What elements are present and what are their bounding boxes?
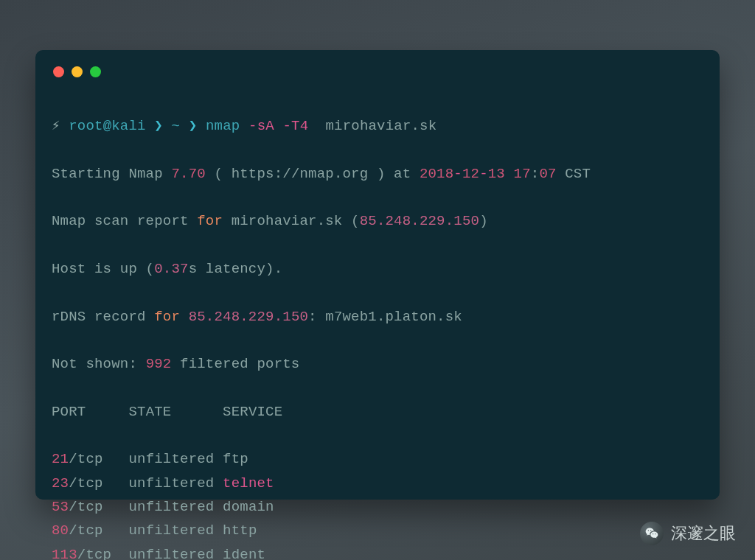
port-number: 21 <box>52 451 69 467</box>
port-state: unfiltered <box>128 499 214 515</box>
chevron-right-icon: ❯ <box>189 118 198 134</box>
watermark: 深邃之眼 <box>640 522 736 545</box>
output-line: rDNS record for 85.248.229.150: m7web1.p… <box>52 305 703 329</box>
terminal-window: ⚡ root@kali ❯ ~ ❯ nmap -sA -T4 mirohavia… <box>35 50 720 500</box>
col-state: STATE <box>128 404 171 420</box>
port-proto: /tcp <box>69 451 102 467</box>
col-service: SERVICE <box>223 404 282 420</box>
output-line: Not shown: 992 filtered ports <box>52 352 703 376</box>
command-binary: nmap <box>206 118 240 134</box>
command-flags: -sA -T4 <box>248 118 308 134</box>
close-button[interactable] <box>53 66 64 77</box>
watermark-text: 深邃之眼 <box>671 522 736 545</box>
col-port: PORT <box>52 404 86 420</box>
target-ip: 85.248.229.150 <box>360 213 479 229</box>
port-proto: /tcp <box>77 547 111 560</box>
port-row: 53/tcp unfiltered domain <box>52 495 703 519</box>
chevron-right-icon: ❯ <box>154 118 163 134</box>
ports-header: PORT STATE SERVICE <box>52 400 703 424</box>
minimize-button[interactable] <box>72 66 83 77</box>
port-number: 53 <box>52 499 69 515</box>
port-row: 113/tcp unfiltered ident <box>52 543 703 560</box>
port-row: 23/tcp unfiltered telnet <box>52 472 703 495</box>
prompt-cwd: ~ <box>172 118 181 134</box>
prompt-user-host: root@kali <box>69 118 145 134</box>
port-service: http <box>223 522 257 539</box>
terminal-output[interactable]: ⚡ root@kali ❯ ~ ❯ nmap -sA -T4 mirohavia… <box>52 91 703 560</box>
port-state: unfiltered <box>128 522 214 539</box>
lightning-icon: ⚡ <box>52 118 60 134</box>
port-row: 80/tcp unfiltered http <box>52 519 703 542</box>
wechat-icon <box>640 522 664 545</box>
window-traffic-lights <box>52 63 703 91</box>
port-number: 113 <box>52 547 77 560</box>
port-service: telnet <box>223 475 274 491</box>
port-state: unfiltered <box>128 451 214 467</box>
command-target: mirohaviar.sk <box>325 118 436 134</box>
port-row: 21/tcp unfiltered ftp <box>52 447 703 471</box>
prompt-line: ⚡ root@kali ❯ ~ ❯ nmap -sA -T4 mirohavia… <box>52 114 703 138</box>
port-state: unfiltered <box>128 547 214 560</box>
port-service: ident <box>223 547 265 560</box>
port-state: unfiltered <box>128 475 214 491</box>
output-line: Nmap scan report for mirohaviar.sk (85.2… <box>52 209 703 233</box>
port-rows: 21/tcp unfiltered ftp23/tcp unfiltered t… <box>52 447 703 560</box>
port-proto: /tcp <box>69 475 102 491</box>
port-service: ftp <box>223 451 248 467</box>
output-line: Host is up (0.37s latency). <box>52 257 703 281</box>
port-number: 80 <box>52 522 69 539</box>
port-proto: /tcp <box>69 499 102 515</box>
port-proto: /tcp <box>69 522 102 539</box>
port-service: domain <box>223 499 274 515</box>
output-line: Starting Nmap 7.70 ( https://nmap.org ) … <box>52 162 703 186</box>
port-number: 23 <box>52 475 69 491</box>
maximize-button[interactable] <box>90 66 101 77</box>
